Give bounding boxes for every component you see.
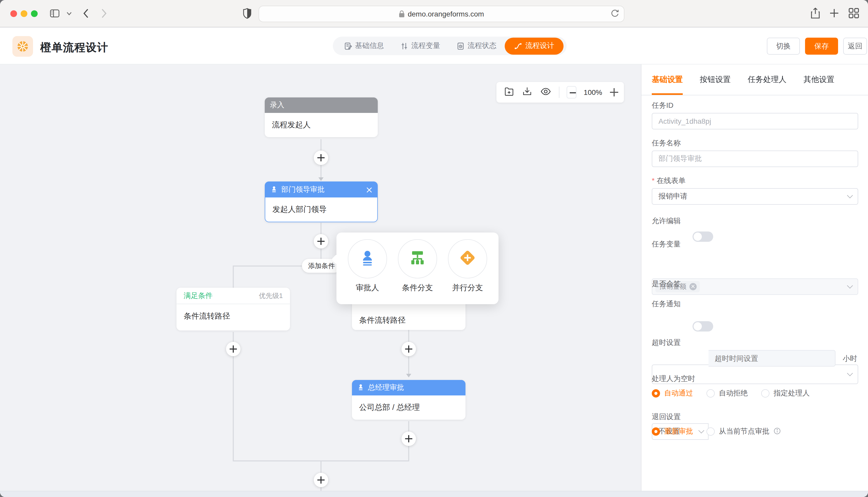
task-notify-label: 任务通知 <box>652 300 681 309</box>
add-node-button[interactable] <box>314 473 328 487</box>
forward-button[interactable] <box>101 8 107 19</box>
node-gm-approval-body: 公司总部 / 总经理 <box>352 395 466 420</box>
node-start-body: 流程发起人 <box>265 113 378 137</box>
switch-button[interactable]: 切换 <box>767 38 800 55</box>
save-button[interactable]: 保存 <box>805 38 838 55</box>
add-node-button[interactable] <box>314 234 328 248</box>
node-condition-left[interactable]: 满足条件 优先级1 条件流转路径 <box>177 288 290 330</box>
radio-from-current-node[interactable]: 从当前节点审批 <box>706 427 781 436</box>
canvas-toolbar: 100% <box>496 82 624 103</box>
tab-basic-settings[interactable]: 基础设置 <box>652 65 683 95</box>
preview-eye-icon[interactable] <box>540 86 552 99</box>
add-node-button[interactable] <box>226 342 240 356</box>
radio-assign-handler[interactable]: 指定处理人 <box>761 389 810 398</box>
app-title: 橙单流程设计 <box>40 40 108 55</box>
download-icon[interactable] <box>522 86 533 99</box>
popup-condition-branch-label: 条件分支 <box>398 283 437 293</box>
radio-re-approve[interactable]: 重新审批 <box>652 427 693 436</box>
approver-stamp-icon <box>271 185 278 194</box>
task-id-label: 任务ID <box>652 101 673 110</box>
settings-panel: 基础设置 按钮设置 任务处理人 其他设置 任务ID Activity_1dha8… <box>641 65 868 491</box>
task-id-input[interactable]: Activity_1dha8pj <box>652 113 858 129</box>
add-node-button[interactable] <box>401 431 416 446</box>
tag-remove-icon[interactable] <box>689 283 697 290</box>
popup-parallel-branch-option[interactable] <box>448 239 487 279</box>
connector <box>408 356 409 375</box>
connector <box>320 460 321 473</box>
settings-tabs: 基础设置 按钮设置 任务处理人 其他设置 <box>652 65 858 95</box>
tab-other-settings[interactable]: 其他设置 <box>803 65 835 95</box>
add-node-button[interactable] <box>314 151 328 165</box>
address-bar[interactable]: demo.orangeforms.com <box>259 6 624 22</box>
popup-condition-branch-option[interactable] <box>398 239 437 279</box>
node-start[interactable]: 录入 流程发起人 <box>265 97 378 137</box>
screenshot-viewport: demo.orangeforms.com <box>0 0 868 497</box>
return-setting-label: 退回设置 <box>652 412 681 422</box>
node-dept-approval[interactable]: 部门领导审批 发起人部门领导 <box>265 182 378 222</box>
url-text: demo.orangeforms.com <box>408 10 484 18</box>
connector-arrow <box>406 374 411 378</box>
back-button[interactable] <box>83 8 89 19</box>
tab-flow-status[interactable]: 流程状态 <box>449 37 505 55</box>
open-file-icon[interactable] <box>504 86 514 99</box>
add-node-button[interactable] <box>401 342 416 356</box>
connector <box>233 332 234 342</box>
connector-arrow <box>318 178 323 181</box>
allow-edit-toggle[interactable] <box>692 231 713 242</box>
connector <box>408 446 409 460</box>
connector <box>320 165 321 179</box>
back-button-app[interactable]: 返回 <box>843 38 867 55</box>
timeout-time-input[interactable] <box>708 350 836 367</box>
radio-auto-reject[interactable]: 自动拒绝 <box>706 389 748 398</box>
privacy-shield-icon[interactable] <box>243 7 252 19</box>
parallel-branch-icon <box>458 248 477 270</box>
chevron-down-icon <box>847 370 853 377</box>
connector <box>320 223 321 234</box>
task-variable-select[interactable]: 报销金额 <box>652 279 858 295</box>
sidebar-toggle-icon[interactable] <box>49 8 60 19</box>
zoom-level: 100% <box>584 88 602 96</box>
chevron-down-icon <box>847 283 853 289</box>
timeout-label: 超时设置 <box>652 338 681 347</box>
share-icon[interactable] <box>810 7 821 19</box>
tab-basic-info[interactable]: 基础信息 <box>336 37 392 55</box>
empty-handler-label: 处理人为空时 <box>652 374 695 384</box>
sidebar-chevron-icon[interactable] <box>66 11 72 16</box>
reload-icon[interactable] <box>611 9 619 17</box>
zoom-in-button[interactable] <box>609 88 617 97</box>
condition-branch-icon <box>408 248 427 269</box>
radio-auto-approve[interactable]: 自动通过 <box>652 389 693 398</box>
window-close-button[interactable] <box>10 10 17 17</box>
tab-button-settings[interactable]: 按钮设置 <box>700 65 731 95</box>
tab-overview-icon[interactable] <box>849 8 859 18</box>
zoom-out-button[interactable] <box>567 86 577 98</box>
popup-parallel-branch-label: 并行分支 <box>448 283 487 293</box>
popup-approver-option[interactable] <box>348 239 387 279</box>
countersign-label: 是否会签 <box>652 280 681 289</box>
flow-canvas[interactable]: 录入 流程发起人 部门领导审批 <box>0 65 641 491</box>
chevron-down-icon <box>847 193 853 198</box>
connector <box>233 266 234 288</box>
task-name-input[interactable]: 部门领导审批 <box>652 151 858 167</box>
node-dept-approval-body: 发起人部门领导 <box>265 197 377 222</box>
approver-stamp-icon <box>357 383 364 392</box>
node-close-icon[interactable] <box>367 187 372 193</box>
task-name-label: 任务名称 <box>652 139 681 148</box>
browser-window: demo.orangeforms.com <box>0 0 868 497</box>
allow-edit-label: 允许编辑 <box>652 216 681 226</box>
node-gm-approval[interactable]: 总经理审批 公司总部 / 总经理 <box>352 380 466 420</box>
popup-approver-label: 审批人 <box>348 283 387 293</box>
new-tab-icon[interactable] <box>829 8 839 18</box>
toolbar-divider <box>559 87 560 98</box>
countersign-toggle[interactable] <box>692 321 713 331</box>
tab-task-handler[interactable]: 任务处理人 <box>748 65 786 95</box>
tab-flow-design[interactable]: 流程设计 <box>505 38 564 54</box>
node-type-popup: 审批人 条件分支 并行分支 <box>336 232 498 304</box>
node-start-header: 录入 <box>265 97 378 113</box>
node-dept-approval-header: 部门领导审批 <box>265 182 377 197</box>
online-form-select[interactable]: 报销申请 <box>652 188 858 205</box>
window-minimize-button[interactable] <box>20 10 27 17</box>
window-zoom-button[interactable] <box>31 10 38 17</box>
node-condition-left-body: 条件流转路径 <box>177 304 290 330</box>
tab-flow-variables[interactable]: 流程变量 <box>392 37 449 55</box>
